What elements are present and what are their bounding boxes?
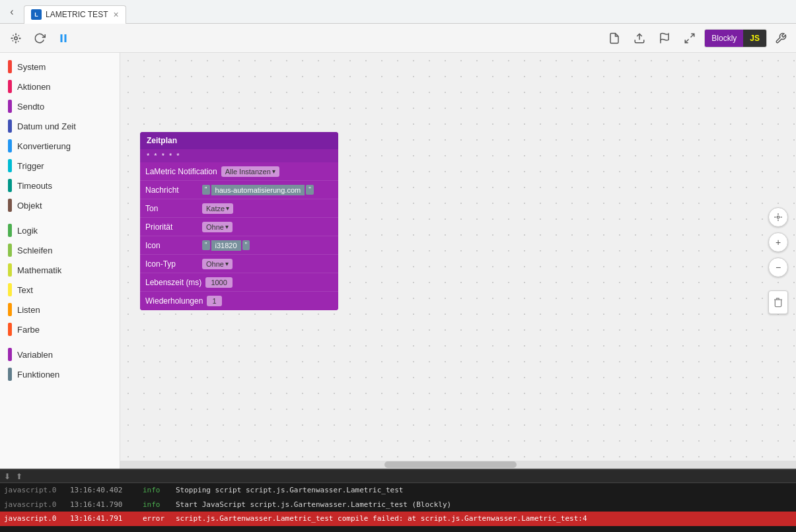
sidebar-item-schleifen[interactable]: Schleifen — [0, 240, 120, 260]
log-panel: ⬇ ⬆ javascript.0 13:16:40.402 info Stopp… — [0, 469, 796, 532]
tab-lametric-test[interactable]: L LAMETRIC TEST × — [24, 5, 126, 24]
sidebar-item-system[interactable]: System — [0, 57, 120, 77]
center-button[interactable] — [768, 207, 788, 227]
sidebar-item-sendto[interactable]: Sendto — [0, 96, 120, 116]
block-row-icon: Icon " i31820 " — [140, 236, 338, 255]
sidebar: System Aktionen Sendto Datum und Zeit Ko… — [0, 53, 120, 469]
new-file-button[interactable] — [604, 28, 625, 49]
icon-typ-label: Icon-Typ — [145, 259, 198, 269]
sidebar-item-trigger[interactable]: Trigger — [0, 156, 120, 176]
plus-icon: + — [776, 237, 781, 248]
zoom-out-button[interactable]: − — [768, 257, 788, 277]
sidebar-item-listen[interactable]: Listen — [0, 300, 120, 319]
log-message-2: Start JavaScript script.js.Gartenwasser.… — [176, 499, 451, 511]
instanzen-dropdown[interactable]: Alle Instanzen — [221, 166, 279, 177]
nachricht-value[interactable]: haus-automatisierung.com — [211, 185, 305, 195]
toolbar: Blockly JS — [0, 24, 796, 53]
sidebar-item-datum-zeit[interactable]: Datum und Zeit — [0, 116, 120, 136]
prioritaet-label: Priorität — [145, 222, 198, 232]
svg-line-11 — [686, 39, 689, 42]
log-source-1: javascript.0 — [4, 484, 70, 496]
log-time-3: 13:16:41.791 — [70, 513, 143, 525]
main-area: System Aktionen Sendto Datum und Zeit Ko… — [0, 53, 796, 469]
canvas-scrollbar[interactable] — [120, 461, 796, 469]
block-zeitplan[interactable]: Zeitplan * * * * * LaMetric Notification… — [140, 132, 338, 310]
block-row-notification: LaMetric Notification Alle Instanzen — [140, 162, 338, 181]
log-source-3: javascript.0 — [4, 513, 70, 525]
icon-label: Icon — [145, 241, 198, 250]
block-inner: LaMetric Notification Alle Instanzen Nac… — [140, 162, 338, 310]
svg-point-0 — [15, 36, 18, 40]
log-message-1: Stopping script script.js.Gartenwasser.L… — [176, 484, 403, 496]
block-container: Zeitplan * * * * * LaMetric Notification… — [140, 132, 338, 310]
sidebar-item-text[interactable]: Text — [0, 280, 120, 300]
prioritaet-dropdown[interactable]: Ohne — [202, 222, 233, 232]
log-level-1: info — [143, 484, 176, 496]
block-row-prioritaet: Priorität Ohne — [140, 218, 338, 236]
log-row-3: javascript.0 13:16:41.791 error script.j… — [0, 512, 796, 526]
minus-icon: − — [776, 262, 781, 273]
log-level-3: error — [143, 513, 176, 525]
ton-dropdown[interactable]: Katze — [202, 203, 233, 214]
nachricht-left: " — [202, 185, 210, 195]
expand-button[interactable] — [679, 28, 700, 49]
svg-rect-6 — [61, 34, 63, 42]
block-row-icon-typ: Icon-Typ Ohne — [140, 255, 338, 273]
zoom-in-button[interactable]: + — [768, 232, 788, 252]
sidebar-item-objekt[interactable]: Objekt — [0, 195, 120, 215]
sidebar-item-logik[interactable]: Logik — [0, 220, 120, 240]
notif-label: LaMetric Notification — [145, 167, 217, 176]
wiederholungen-value[interactable]: 1 — [207, 296, 221, 306]
lebenszeit-value[interactable]: 1000 — [205, 277, 232, 288]
log-level-2: info — [143, 499, 176, 511]
log-toolbar: ⬇ ⬆ — [0, 470, 796, 483]
sidebar-item-farbe[interactable]: Farbe — [0, 319, 120, 339]
svg-line-10 — [691, 34, 694, 37]
canvas-controls: + − — [768, 207, 788, 314]
nachricht-right: " — [306, 185, 314, 195]
canvas-scrollbar-thumb — [384, 461, 517, 468]
locate-button[interactable] — [5, 28, 26, 49]
sidebar-item-mathematik[interactable]: Mathematik — [0, 260, 120, 280]
tab-bar: ‹ L LAMETRIC TEST × — [0, 0, 796, 24]
ton-label: Ton — [145, 204, 198, 213]
svg-point-12 — [777, 216, 779, 218]
js-button[interactable]: JS — [743, 30, 766, 47]
icon-typ-dropdown[interactable]: Ohne — [202, 259, 233, 269]
icon-right: " — [242, 240, 250, 250]
blockly-canvas[interactable]: Zeitplan * * * * * LaMetric Notification… — [120, 53, 796, 469]
block-stars: * * * * * — [140, 149, 338, 162]
flag-button[interactable] — [654, 28, 675, 49]
tab-close-button[interactable]: × — [113, 9, 118, 20]
log-time-1: 13:16:40.402 — [70, 484, 143, 496]
pause-button[interactable] — [53, 28, 74, 49]
block-row-ton: Ton Katze — [140, 199, 338, 218]
log-time-2: 13:16:41.790 — [70, 499, 143, 511]
log-up-icon[interactable]: ⬆ — [16, 472, 22, 481]
block-header: Zeitplan — [140, 132, 338, 149]
log-source-2: javascript.0 — [4, 499, 70, 511]
trash-button[interactable] — [768, 290, 788, 314]
blockly-button[interactable]: Blockly — [705, 30, 743, 47]
svg-rect-7 — [65, 34, 67, 42]
wrench-button[interactable] — [771, 28, 791, 48]
log-down-icon[interactable]: ⬇ — [4, 472, 11, 481]
nachricht-connector: " haus-automatisierung.com " — [202, 185, 314, 195]
sidebar-item-timeouts[interactable]: Timeouts — [0, 176, 120, 195]
refresh-button[interactable] — [29, 28, 50, 49]
icon-value[interactable]: i31820 — [211, 240, 241, 251]
sidebar-item-variablen[interactable]: Variablen — [0, 345, 120, 364]
sidebar-item-aktionen[interactable]: Aktionen — [0, 77, 120, 96]
svg-point-1 — [12, 34, 20, 42]
block-row-wiederholungen: Wiederholungen 1 — [140, 292, 338, 310]
sidebar-item-funktionen[interactable]: Funktionen — [0, 364, 120, 384]
log-row-2: javascript.0 13:16:41.790 info Start Jav… — [0, 498, 796, 512]
wiederholungen-label: Wiederholungen — [145, 296, 203, 306]
lebenszeit-label: Lebenszeit (ms) — [145, 278, 201, 287]
sidebar-item-konvertierung[interactable]: Konvertierung — [0, 136, 120, 156]
zeitplan-label: Zeitplan — [147, 136, 177, 145]
upload-button[interactable] — [629, 28, 650, 49]
blockly-js-toggle: Blockly JS — [704, 29, 767, 48]
log-message-3: script.js.Gartenwasser.Lametric_test com… — [176, 513, 587, 525]
back-button[interactable]: ‹ — [3, 3, 21, 21]
